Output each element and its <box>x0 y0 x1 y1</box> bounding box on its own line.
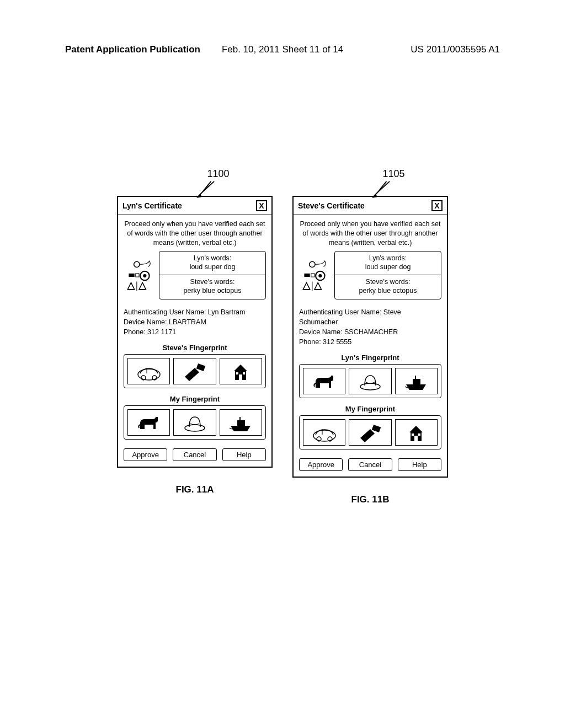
auth-info: Authenticating User Name: Steve Schumach… <box>294 304 447 352</box>
words-box: Lyn's words: loud super dog Steve's word… <box>159 251 266 299</box>
my-fingerprint-heading: My Fingerprint <box>294 403 447 415</box>
auth-user: Authenticating User Name: Lyn Bartram <box>124 307 266 317</box>
auth-device: Device Name: LBARTRAM <box>124 317 266 327</box>
hat-icon <box>173 409 216 436</box>
words-row: Lyn's words: loud super dog Steve's word… <box>118 251 271 304</box>
page-header: Patent Application Publication Feb. 10, … <box>0 44 565 55</box>
ref-callout-1105: 1105 <box>293 168 447 196</box>
other-fingerprint-frame <box>299 364 441 398</box>
words-lyn-value: loud super dog <box>162 263 263 271</box>
instructions-text: Proceed only when you have verified each… <box>118 215 271 251</box>
auth-device: Device Name: SSCHAMACHER <box>299 327 441 337</box>
figures-row: 1100 Lyn's Certificate X Proceed only wh… <box>0 168 565 505</box>
hammer-icon <box>349 419 391 446</box>
other-fingerprint-frame <box>124 354 266 388</box>
house-icon <box>220 358 262 384</box>
auth-user: Authenticating User Name: Steve Schumach… <box>299 307 441 327</box>
words-lyn-label: Lyn's words: <box>337 254 439 263</box>
dialog-title: Steve's Certificate <box>298 201 365 210</box>
ref-number: 1105 <box>382 168 404 180</box>
my-fingerprint-heading: My Fingerprint <box>118 393 271 405</box>
words-lyn-label: Lyn's words: <box>162 254 263 263</box>
lyn-certificate-dialog: Lyn's Certificate X Proceed only when yo… <box>117 196 273 468</box>
approve-button[interactable]: Approve <box>124 448 167 461</box>
header-left: Patent Application Publication <box>65 44 200 55</box>
steve-certificate-dialog: Steve's Certificate X Proceed only when … <box>292 196 448 478</box>
figure-11a-column: 1100 Lyn's Certificate X Proceed only wh… <box>117 168 273 505</box>
button-row: Approve Cancel Help <box>118 444 271 467</box>
words-steve: Steve's words: perky blue octopus <box>335 275 441 299</box>
button-row: Approve Cancel Help <box>294 454 447 477</box>
lead-line-arrow-icon <box>370 180 392 199</box>
words-steve-value: perky blue octopus <box>337 286 439 295</box>
car-icon <box>303 419 345 446</box>
words-box: Lyn's words: loud super dog Steve's word… <box>334 251 441 299</box>
ship-icon <box>395 368 438 394</box>
dog-icon <box>127 409 170 436</box>
dialog-title: Lyn's Certificate <box>122 201 182 210</box>
header-right: US 2011/0035595 A1 <box>411 44 500 55</box>
figure-11b-column: 1105 Steve's Certificate X Proceed only … <box>292 168 448 505</box>
ref-callout-1100: 1100 <box>118 168 272 196</box>
hat-icon <box>349 368 391 394</box>
other-fingerprint-heading: Lyn's Fingerprint <box>294 351 447 364</box>
my-fingerprint-frame <box>299 415 441 449</box>
words-lyn-value: loud super dog <box>337 263 439 271</box>
words-steve-label: Steve's words: <box>337 277 439 286</box>
auth-phone: Phone: 312 1171 <box>124 327 266 337</box>
titlebar: Steve's Certificate X <box>294 197 447 215</box>
car-icon <box>127 358 170 384</box>
words-steve-label: Steve's words: <box>162 277 263 286</box>
figure-caption-11b: FIG. 11B <box>351 494 390 505</box>
ship-icon <box>220 409 262 436</box>
my-fingerprint-frame <box>124 405 266 440</box>
approve-button[interactable]: Approve <box>299 458 343 471</box>
dog-icon <box>303 368 345 394</box>
instructions-text: Proceed only when you have verified each… <box>294 215 447 251</box>
help-button[interactable]: Help <box>398 458 441 471</box>
ref-number: 1100 <box>207 168 229 180</box>
communication-icon <box>124 251 154 299</box>
close-button[interactable]: X <box>431 200 443 211</box>
hammer-icon <box>173 358 216 384</box>
close-button[interactable]: X <box>256 200 267 211</box>
cancel-button[interactable]: Cancel <box>348 458 392 471</box>
other-fingerprint-heading: Steve's Fingerprint <box>118 341 271 354</box>
words-row: Lyn's words: loud super dog Steve's word… <box>294 251 447 304</box>
house-icon <box>395 419 438 446</box>
words-lyn: Lyn's words: loud super dog <box>335 251 441 275</box>
figure-caption-11a: FIG. 11A <box>176 484 214 495</box>
words-steve-value: perky blue octopus <box>162 286 263 295</box>
lead-line-arrow-icon <box>195 180 217 199</box>
words-lyn: Lyn's words: loud super dog <box>159 251 265 275</box>
cancel-button[interactable]: Cancel <box>173 448 216 461</box>
words-steve: Steve's words: perky blue octopus <box>159 275 265 299</box>
auth-phone: Phone: 312 5555 <box>299 337 441 347</box>
communication-icon <box>299 251 330 299</box>
titlebar: Lyn's Certificate X <box>118 197 271 215</box>
auth-info: Authenticating User Name: Lyn Bartram De… <box>118 304 271 341</box>
help-button[interactable]: Help <box>222 448 266 461</box>
